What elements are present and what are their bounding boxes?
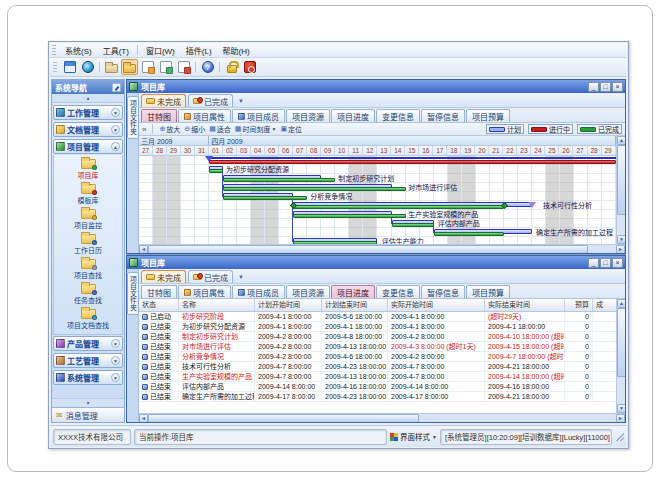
gantt-vertical-scrollbar[interactable]: ▲▼ [616,136,625,244]
chevron-down-icon[interactable]: ▼ [235,274,247,280]
project-folder-side-tab-top[interactable]: 项目文件夹 [127,93,139,253]
table-window-folder-tab-unfinished[interactable]: 未完成 [141,270,186,283]
sidebar-item-project-monitor[interactable]: 项目监控 [54,207,122,232]
table-window-tab-budget[interactable]: 项目预算 [466,285,510,298]
zoom-in-button[interactable]: ⊕放大 [159,124,180,134]
report-edit-button[interactable] [157,59,174,75]
form-button[interactable] [61,59,78,75]
menu-item-system[interactable]: 系统(S) [60,44,97,57]
sidebar-item-template-library[interactable]: 模板库 [54,182,122,207]
table-window-tab-changes[interactable]: 变更信息 [376,285,420,298]
scroll-left-arrow[interactable]: ◄ [139,245,148,253]
chevron-down-icon[interactable]: ▼ [111,356,120,365]
table-row[interactable]: 已结束对市场进行评估2009-4-2 8:00:002009-4-13 18:0… [139,342,616,352]
table-horizontal-scrollbar[interactable]: ◄► [139,413,625,422]
sidebar-collapse-strip[interactable]: ▴ [52,94,124,103]
folder-closed-button[interactable] [103,59,120,75]
scroll-thumb[interactable] [148,245,588,253]
zoom-out-button[interactable]: ⊖缩小 [184,124,205,134]
gantt-window-tab-pauses[interactable]: 暂停信息 [421,109,465,122]
pin-icon[interactable] [112,83,121,92]
gantt-toolbar-overflow[interactable]: » [142,125,146,134]
column-header-计划开始时间[interactable]: 计划开始时间 [255,299,322,311]
sidebar-group-work-mgmt[interactable]: 工作管理▼ [53,105,123,120]
column-header-实际结束时间[interactable]: 实际结束时间 [485,299,565,311]
task-done-bar[interactable] [434,232,504,236]
fit-button[interactable]: ▦适合 [209,124,231,134]
sidebar-overflow-chevron[interactable]: ▾ [52,398,124,407]
scroll-down-arrow[interactable]: ▼ [617,404,625,413]
task-done-bar[interactable] [209,169,223,173]
globe-button[interactable] [79,59,96,75]
report-new-button[interactable] [139,59,156,75]
table-row[interactable]: 已结束评估内部产品2009-4-14 8:00:002009-4-16 18:0… [139,382,616,392]
lock-button[interactable] [223,59,240,75]
column-header-状态[interactable]: 状态 [139,299,179,311]
gantt-window-folder-tab-unfinished[interactable]: 未完成 [141,94,186,107]
table-window-tab-members[interactable]: 项目成员 [232,285,285,298]
table-window-tab-gantt[interactable]: 甘特图 [141,285,177,298]
table-row[interactable]: 已结束为初步研究分配资源2009-4-1 8:00:002009-4-1 18:… [139,322,616,332]
timescale-button[interactable]: ▦时间刻度▼ [235,124,277,134]
sidebar-item-project-doc-search[interactable]: 项目文档查找 [54,307,122,332]
gantt-window-tab-progress[interactable]: 项目进度 [331,109,375,122]
sidebar-item-project-search[interactable]: 项目查找 [54,257,122,282]
summary-inprogress-bar[interactable] [209,160,616,164]
sidebar-item-task-search[interactable]: 任务查找 [54,282,122,307]
gantt-window-minimize-button[interactable]: _ [588,82,599,92]
exit-button[interactable] [241,59,258,75]
task-done-bar[interactable] [223,178,335,182]
sidebar-item-project-library[interactable]: 项目库 [54,157,122,182]
gantt-window-tab-properties[interactable]: 项目属性 [178,109,231,122]
scroll-track[interactable] [148,245,616,253]
scroll-thumb[interactable] [148,414,419,422]
column-header-计划结束时间[interactable]: 计划结束时间 [322,299,388,311]
scroll-right-arrow[interactable]: ► [616,414,625,422]
gantt-window-tab-budget[interactable]: 项目预算 [466,109,510,122]
help-button[interactable]: ? [199,59,216,75]
ui-style-dropdown[interactable]: 界面样式 ▼ [390,431,437,442]
menu-item-window[interactable]: 窗口(W) [141,44,180,57]
sidebar-group-craft-mgmt[interactable]: 工艺管理▼ [53,353,123,368]
sidebar-group-doc-mgmt[interactable]: 文档管理▼ [53,122,123,137]
column-header-成[interactable]: 成 [593,299,616,311]
sidebar-item-work-calendar[interactable]: 工作日历 [54,232,122,257]
scroll-track[interactable] [617,308,625,404]
gantt-window-close-button[interactable]: × [612,82,623,92]
menu-item-help[interactable]: 帮助(H) [218,44,255,57]
menu-item-tools[interactable]: 工具(T) [98,44,134,57]
task-done-bar[interactable] [293,241,377,244]
scroll-left-arrow[interactable]: ◄ [139,414,148,422]
scroll-right-arrow[interactable]: ► [616,245,625,253]
chevron-up-icon[interactable]: ▲ [111,142,120,151]
chevron-down-icon[interactable]: ▼ [111,125,120,134]
table-window-tab-pauses[interactable]: 暂停信息 [421,285,465,298]
gantt-window-tab-resources[interactable]: 项目资源 [286,109,330,122]
project-folder-side-tab-bottom[interactable]: 项目文件夹 [127,269,139,422]
sidebar-group-project-mgmt[interactable]: 项目管理▲ [53,139,123,154]
table-window-tab-progress[interactable]: 项目进度 [331,285,375,298]
scroll-thumb[interactable] [617,308,625,377]
chevron-down-icon[interactable]: ▼ [111,108,120,117]
task-done-bar[interactable] [223,196,307,200]
task-done-bar[interactable] [293,205,503,209]
column-header-名称[interactable]: 名称 [179,299,255,311]
column-header-实际开始时间[interactable]: 实际开始时间 [388,299,485,311]
gantt-window-tab-members[interactable]: 项目成员 [232,109,285,122]
summary-plan-bar[interactable] [209,157,616,159]
table-row[interactable]: 已启动初步研究阶段2009-4-1 8:00:002009-5-6 18:00:… [139,312,616,322]
table-vertical-scrollbar[interactable]: ▲▼ [616,299,625,413]
table-row[interactable]: 已结束生产实验室规模的产品2009-4-7 8:00:002009-4-13 1… [139,372,616,382]
task-done-bar[interactable] [293,214,405,218]
chevron-down-icon[interactable]: ▼ [111,339,120,348]
scroll-up-arrow[interactable]: ▲ [617,136,625,145]
scroll-thumb[interactable] [617,145,625,215]
table-window-tab-resources[interactable]: 项目资源 [286,285,330,298]
scroll-up-arrow[interactable]: ▲ [617,299,625,308]
scroll-track[interactable] [148,414,616,422]
table-window-folder-tab-finished[interactable]: 已完成 [188,270,233,283]
table-window-tab-properties[interactable]: 项目属性 [178,285,231,298]
gantt-horizontal-scrollbar[interactable]: ◄► [139,244,625,253]
locate-button[interactable]: ▣定位 [280,124,302,134]
table-window-titlebar[interactable]: 项目库 _□× [127,256,625,269]
